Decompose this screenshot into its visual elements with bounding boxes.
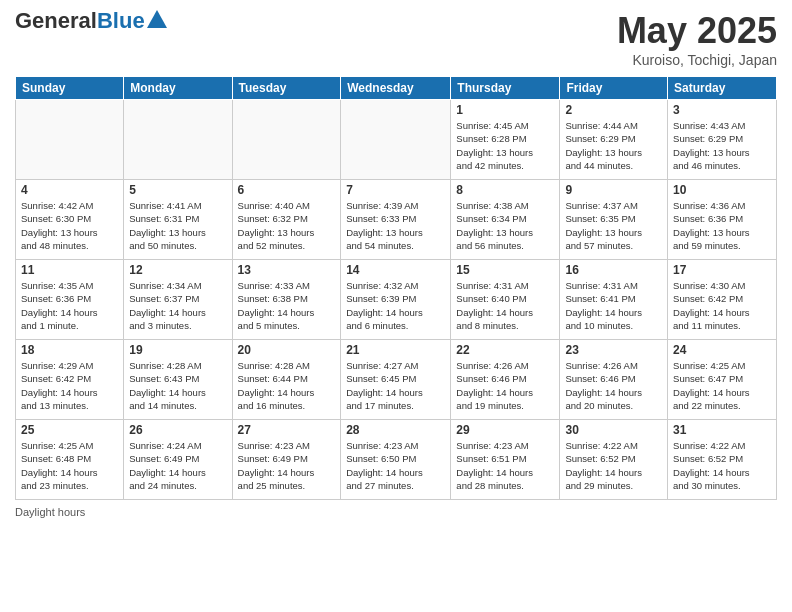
day-info: Sunrise: 4:33 AM Sunset: 6:38 PM Dayligh… (238, 279, 336, 332)
day-number: 26 (129, 423, 226, 437)
day-info: Sunrise: 4:25 AM Sunset: 6:47 PM Dayligh… (673, 359, 771, 412)
logo-wrapper: GeneralBlue (15, 10, 167, 32)
calendar-cell: 2Sunrise: 4:44 AM Sunset: 6:29 PM Daylig… (560, 100, 668, 180)
day-number: 7 (346, 183, 445, 197)
day-number: 4 (21, 183, 118, 197)
day-info: Sunrise: 4:28 AM Sunset: 6:44 PM Dayligh… (238, 359, 336, 412)
day-info: Sunrise: 4:22 AM Sunset: 6:52 PM Dayligh… (673, 439, 771, 492)
calendar-cell (124, 100, 232, 180)
day-number: 12 (129, 263, 226, 277)
calendar-cell: 20Sunrise: 4:28 AM Sunset: 6:44 PM Dayli… (232, 340, 341, 420)
day-info: Sunrise: 4:26 AM Sunset: 6:46 PM Dayligh… (565, 359, 662, 412)
day-info: Sunrise: 4:36 AM Sunset: 6:36 PM Dayligh… (673, 199, 771, 252)
week-row-4: 25Sunrise: 4:25 AM Sunset: 6:48 PM Dayli… (16, 420, 777, 500)
day-info: Sunrise: 4:37 AM Sunset: 6:35 PM Dayligh… (565, 199, 662, 252)
calendar-cell: 30Sunrise: 4:22 AM Sunset: 6:52 PM Dayli… (560, 420, 668, 500)
day-number: 15 (456, 263, 554, 277)
calendar-cell: 1Sunrise: 4:45 AM Sunset: 6:28 PM Daylig… (451, 100, 560, 180)
day-number: 9 (565, 183, 662, 197)
day-number: 5 (129, 183, 226, 197)
week-row-0: 1Sunrise: 4:45 AM Sunset: 6:28 PM Daylig… (16, 100, 777, 180)
day-info: Sunrise: 4:34 AM Sunset: 6:37 PM Dayligh… (129, 279, 226, 332)
day-info: Sunrise: 4:44 AM Sunset: 6:29 PM Dayligh… (565, 119, 662, 172)
day-number: 21 (346, 343, 445, 357)
day-info: Sunrise: 4:23 AM Sunset: 6:50 PM Dayligh… (346, 439, 445, 492)
footer: Daylight hours (15, 506, 777, 518)
weekday-header-wednesday: Wednesday (341, 77, 451, 100)
weekday-header-sunday: Sunday (16, 77, 124, 100)
calendar-cell: 28Sunrise: 4:23 AM Sunset: 6:50 PM Dayli… (341, 420, 451, 500)
calendar-cell: 13Sunrise: 4:33 AM Sunset: 6:38 PM Dayli… (232, 260, 341, 340)
day-info: Sunrise: 4:31 AM Sunset: 6:41 PM Dayligh… (565, 279, 662, 332)
day-info: Sunrise: 4:40 AM Sunset: 6:32 PM Dayligh… (238, 199, 336, 252)
day-number: 1 (456, 103, 554, 117)
calendar-cell: 31Sunrise: 4:22 AM Sunset: 6:52 PM Dayli… (668, 420, 777, 500)
day-info: Sunrise: 4:23 AM Sunset: 6:51 PM Dayligh… (456, 439, 554, 492)
page: GeneralBlue May 2025 Kuroiso, Tochigi, J… (0, 0, 792, 612)
weekday-header-tuesday: Tuesday (232, 77, 341, 100)
day-info: Sunrise: 4:41 AM Sunset: 6:31 PM Dayligh… (129, 199, 226, 252)
day-number: 8 (456, 183, 554, 197)
calendar-cell: 6Sunrise: 4:40 AM Sunset: 6:32 PM Daylig… (232, 180, 341, 260)
day-number: 11 (21, 263, 118, 277)
day-number: 28 (346, 423, 445, 437)
month-title: May 2025 (617, 10, 777, 52)
calendar-cell: 11Sunrise: 4:35 AM Sunset: 6:36 PM Dayli… (16, 260, 124, 340)
day-number: 22 (456, 343, 554, 357)
calendar-cell: 17Sunrise: 4:30 AM Sunset: 6:42 PM Dayli… (668, 260, 777, 340)
day-info: Sunrise: 4:28 AM Sunset: 6:43 PM Dayligh… (129, 359, 226, 412)
day-number: 13 (238, 263, 336, 277)
day-info: Sunrise: 4:29 AM Sunset: 6:42 PM Dayligh… (21, 359, 118, 412)
day-info: Sunrise: 4:39 AM Sunset: 6:33 PM Dayligh… (346, 199, 445, 252)
day-number: 18 (21, 343, 118, 357)
calendar-cell: 10Sunrise: 4:36 AM Sunset: 6:36 PM Dayli… (668, 180, 777, 260)
calendar-cell (341, 100, 451, 180)
day-number: 30 (565, 423, 662, 437)
day-number: 27 (238, 423, 336, 437)
calendar-cell: 25Sunrise: 4:25 AM Sunset: 6:48 PM Dayli… (16, 420, 124, 500)
day-number: 2 (565, 103, 662, 117)
logo-blue: Blue (97, 8, 145, 33)
calendar-cell: 27Sunrise: 4:23 AM Sunset: 6:49 PM Dayli… (232, 420, 341, 500)
calendar-cell: 24Sunrise: 4:25 AM Sunset: 6:47 PM Dayli… (668, 340, 777, 420)
calendar-cell: 21Sunrise: 4:27 AM Sunset: 6:45 PM Dayli… (341, 340, 451, 420)
day-info: Sunrise: 4:43 AM Sunset: 6:29 PM Dayligh… (673, 119, 771, 172)
day-info: Sunrise: 4:25 AM Sunset: 6:48 PM Dayligh… (21, 439, 118, 492)
calendar-cell (232, 100, 341, 180)
weekday-header-thursday: Thursday (451, 77, 560, 100)
day-number: 23 (565, 343, 662, 357)
location: Kuroiso, Tochigi, Japan (617, 52, 777, 68)
calendar-cell: 26Sunrise: 4:24 AM Sunset: 6:49 PM Dayli… (124, 420, 232, 500)
calendar-cell: 22Sunrise: 4:26 AM Sunset: 6:46 PM Dayli… (451, 340, 560, 420)
day-info: Sunrise: 4:26 AM Sunset: 6:46 PM Dayligh… (456, 359, 554, 412)
week-row-1: 4Sunrise: 4:42 AM Sunset: 6:30 PM Daylig… (16, 180, 777, 260)
calendar-cell: 8Sunrise: 4:38 AM Sunset: 6:34 PM Daylig… (451, 180, 560, 260)
day-number: 10 (673, 183, 771, 197)
calendar-cell: 12Sunrise: 4:34 AM Sunset: 6:37 PM Dayli… (124, 260, 232, 340)
calendar-cell: 19Sunrise: 4:28 AM Sunset: 6:43 PM Dayli… (124, 340, 232, 420)
calendar-cell: 5Sunrise: 4:41 AM Sunset: 6:31 PM Daylig… (124, 180, 232, 260)
logo: GeneralBlue (15, 10, 167, 32)
calendar-cell: 15Sunrise: 4:31 AM Sunset: 6:40 PM Dayli… (451, 260, 560, 340)
day-number: 6 (238, 183, 336, 197)
week-row-3: 18Sunrise: 4:29 AM Sunset: 6:42 PM Dayli… (16, 340, 777, 420)
day-number: 3 (673, 103, 771, 117)
calendar-table: SundayMondayTuesdayWednesdayThursdayFrid… (15, 76, 777, 500)
weekday-header-monday: Monday (124, 77, 232, 100)
calendar-cell (16, 100, 124, 180)
day-info: Sunrise: 4:30 AM Sunset: 6:42 PM Dayligh… (673, 279, 771, 332)
calendar-cell: 3Sunrise: 4:43 AM Sunset: 6:29 PM Daylig… (668, 100, 777, 180)
day-number: 25 (21, 423, 118, 437)
day-info: Sunrise: 4:45 AM Sunset: 6:28 PM Dayligh… (456, 119, 554, 172)
day-info: Sunrise: 4:31 AM Sunset: 6:40 PM Dayligh… (456, 279, 554, 332)
day-info: Sunrise: 4:22 AM Sunset: 6:52 PM Dayligh… (565, 439, 662, 492)
calendar-cell: 14Sunrise: 4:32 AM Sunset: 6:39 PM Dayli… (341, 260, 451, 340)
weekday-header-row: SundayMondayTuesdayWednesdayThursdayFrid… (16, 77, 777, 100)
weekday-header-saturday: Saturday (668, 77, 777, 100)
day-number: 20 (238, 343, 336, 357)
day-info: Sunrise: 4:42 AM Sunset: 6:30 PM Dayligh… (21, 199, 118, 252)
day-number: 17 (673, 263, 771, 277)
logo-triangle-icon (147, 10, 167, 28)
day-number: 24 (673, 343, 771, 357)
day-number: 14 (346, 263, 445, 277)
